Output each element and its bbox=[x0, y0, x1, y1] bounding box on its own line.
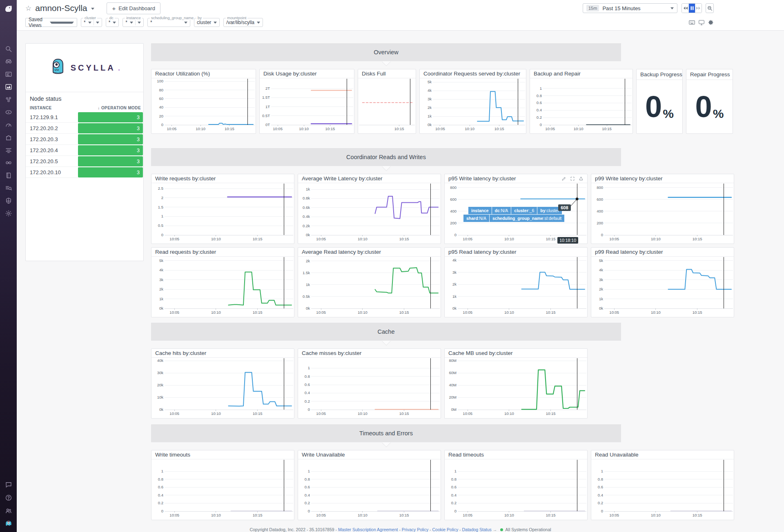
chart-p95-read-latency-by-cluster[interactable]: p95 Read latency by:cluster0k1k2k3k4k10:… bbox=[444, 247, 588, 317]
plot-area[interactable]: 020040060080010:0510:1010:15 bbox=[591, 183, 734, 244]
plot-area[interactable]: 0k0.2k0.4k0.6k0.8k1k10:0510:1010:15 bbox=[298, 183, 441, 244]
template-var-dc[interactable]: dc* bbox=[106, 18, 119, 27]
footer-link[interactable]: Master Subscription Agreement bbox=[338, 527, 398, 532]
rewind-button[interactable] bbox=[682, 4, 688, 13]
plot-area[interactable]: 10:15 bbox=[358, 78, 416, 133]
section-header-coordinator-reads-and-writes[interactable]: Coordinator Reads and Writes bbox=[151, 148, 621, 166]
synthetics-icon[interactable] bbox=[4, 159, 13, 167]
plot-area[interactable]: 00.511.522.510:0510:1010:15 bbox=[151, 183, 294, 244]
chart-backup-and-repair[interactable]: Backup and Repair00.20.40.60.8110:0510:1… bbox=[530, 69, 633, 134]
plot-area[interactable]: 0k1k2k3k4k5k10:0510:1010:15 bbox=[591, 257, 734, 317]
fullscreen-icon[interactable] bbox=[570, 176, 575, 181]
chart-disks-full[interactable]: Disks Full10:15 bbox=[358, 69, 416, 134]
chart-cache-misses-by-cluster[interactable]: Cache misses by:cluster00.20.40.60.8110:… bbox=[298, 348, 441, 419]
svg-text:10:05: 10:05 bbox=[169, 237, 179, 241]
svg-text:40: 40 bbox=[159, 105, 163, 109]
footer-link[interactable]: Privacy Policy bbox=[402, 527, 428, 532]
template-var-value: cluster bbox=[197, 20, 211, 25]
chart-p99-write-latency-by-cluster[interactable]: p99 Write latency by:cluster020040060080… bbox=[591, 174, 734, 244]
apm-icon[interactable] bbox=[4, 108, 13, 116]
plot-area[interactable]: 00.20.40.60.8110:0510:1010:15 bbox=[298, 358, 441, 418]
monitor-icon[interactable] bbox=[699, 20, 704, 25]
log-explorer-icon[interactable] bbox=[4, 184, 13, 192]
saved-views-select[interactable]: Saved Views bbox=[25, 18, 77, 27]
gear-icon[interactable] bbox=[708, 20, 714, 25]
section-header-timeouts-and-errors[interactable]: Timeouts and Errors bbox=[151, 424, 621, 442]
chart-cache-hits-by-cluster[interactable]: Cache hits by:cluster0k10k20k30k40k10:05… bbox=[151, 348, 294, 419]
section-header-overview[interactable]: Overview bbox=[151, 43, 621, 61]
plot-area[interactable]: 00.20.40.60.8110:0510:1010:15 bbox=[591, 459, 734, 520]
keyboard-icon[interactable] bbox=[689, 20, 695, 25]
chart-p95-write-latency-by-cluster[interactable]: p95 Write latency by:cluster608instanced… bbox=[444, 174, 588, 244]
plot-area[interactable]: 608instancedc:N/Acluster:_6by:clustersha… bbox=[445, 183, 587, 244]
plot-area[interactable]: 0k1k2k3k4k5k10:0510:1010:15 bbox=[151, 257, 294, 317]
plot-area[interactable]: 00.20.40.60.8110:0510:1010:15 bbox=[151, 459, 294, 520]
chart-average-read-latency-by-cluster[interactable]: Average Read latency by:cluster0k0.5k1k1… bbox=[298, 247, 441, 317]
chart-write-requests-by-cluster[interactable]: Write requests by:cluster00.511.522.510:… bbox=[151, 174, 294, 244]
datadog-logo[interactable] bbox=[0, 0, 17, 18]
notebooks-icon[interactable] bbox=[4, 171, 13, 180]
edit-dashboard-button[interactable]: + Edit Dashboard bbox=[107, 2, 160, 14]
metrics-icon[interactable] bbox=[4, 83, 13, 91]
column-header-operation-mode[interactable]: ↓ OPERATION MODE bbox=[78, 106, 143, 110]
watchdog-icon[interactable] bbox=[4, 58, 13, 66]
dashboards-icon[interactable] bbox=[4, 121, 13, 129]
user-avatar[interactable] bbox=[4, 520, 13, 528]
search-icon[interactable] bbox=[4, 45, 13, 53]
chart-coordinator-requests-served-by-cluster[interactable]: Coordinator Requests served by:cluster0k… bbox=[419, 69, 526, 134]
dashboard-header: ☆ amnon-Scylla + Edit Dashboard 15m Past… bbox=[17, 0, 784, 31]
plot-area[interactable]: 0k10k20k30k40k10:0510:1010:15 bbox=[151, 358, 294, 418]
chart-write-timeouts[interactable]: Write timeouts00.20.40.60.8110:0510:1010… bbox=[151, 450, 294, 520]
operation-mode-cell: 3 bbox=[78, 112, 143, 122]
org-users-icon[interactable] bbox=[4, 507, 13, 515]
chart-backup-progress[interactable]: Backup Progress0% bbox=[636, 69, 683, 134]
footer-link[interactable]: Cookie Policy bbox=[432, 527, 459, 532]
plot-area[interactable]: 0M20M40M60M80M10:0510:1010:15 bbox=[445, 358, 587, 418]
chart-read-requests-by-cluster[interactable]: Read requests by:cluster0k1k2k3k4k5k10:0… bbox=[151, 247, 294, 317]
chart-read-unavailable[interactable]: Read Unavailable00.20.40.60.8110:0510:10… bbox=[591, 450, 734, 520]
chat-icon[interactable] bbox=[4, 481, 13, 489]
template-var-cluster[interactable]: cluster* bbox=[81, 18, 102, 27]
plot-area[interactable]: 0k0.5k1k1.5k2k10:0510:1010:15 bbox=[298, 257, 441, 317]
template-var-mountpoint[interactable]: mountpoint/var/lib/scylla bbox=[223, 18, 263, 27]
plot-area[interactable]: 0T0.5T1T1.5T2T10:0510:1010:15 bbox=[260, 78, 354, 133]
chart-repair-progress[interactable]: Repair Progress0% bbox=[686, 69, 733, 134]
plot-area[interactable]: 02040608010010:0510:1010:15 bbox=[151, 78, 256, 133]
plot-area[interactable]: 00.20.40.60.8110:0510:1010:15 bbox=[530, 78, 633, 133]
chart-average-write-latency-by-cluster[interactable]: Average Write Latency by:cluster0k0.2k0.… bbox=[298, 174, 441, 244]
time-range-selector[interactable]: 15m Past 15 Minutes bbox=[583, 3, 677, 13]
edit-pencil-icon[interactable] bbox=[561, 176, 566, 181]
plot-area[interactable]: 0k1k2k3k4k5k10:0510:1010:15 bbox=[420, 78, 526, 133]
title-chevron-down-icon[interactable] bbox=[91, 8, 94, 10]
chart-disk-usage-by-cluster[interactable]: Disk Usage by:cluster0T0.5T1T1.5T2T10:05… bbox=[259, 69, 354, 134]
logs-icon[interactable] bbox=[4, 146, 13, 154]
chart-reactor-utilization-[interactable]: Reactor Utilization (%)02040608010010:05… bbox=[151, 69, 256, 134]
settings-icon[interactable] bbox=[4, 209, 13, 217]
forward-button[interactable] bbox=[695, 4, 702, 13]
plot-area[interactable]: 0k1k2k3k4k10:0510:1010:15 bbox=[445, 257, 587, 317]
chart-cache-mb-used-by-cluster[interactable]: Cache MB used by:cluster0M20M40M60M80M10… bbox=[444, 348, 588, 419]
template-var-instance[interactable]: instance* bbox=[122, 18, 144, 27]
template-var-scheduling_group_name[interactable]: scheduling_group_name* bbox=[147, 18, 190, 27]
chart-write-unavailable[interactable]: Write Unavailable00.20.40.60.8110:0510:1… bbox=[298, 450, 441, 520]
infrastructure-icon[interactable] bbox=[4, 95, 13, 104]
zoom-out-button[interactable] bbox=[706, 3, 714, 13]
chart-read-timeouts[interactable]: Read timeouts00.20.40.60.8110:0510:1010:… bbox=[444, 450, 588, 520]
export-icon[interactable] bbox=[579, 176, 584, 181]
template-var-by[interactable]: bycluster bbox=[194, 18, 220, 27]
pause-button[interactable] bbox=[688, 4, 695, 13]
footer-link[interactable]: Datadog Status bbox=[462, 527, 491, 532]
column-header-instance[interactable]: INSTANCE bbox=[26, 106, 78, 110]
events-icon[interactable] bbox=[4, 70, 13, 78]
section-header-cache[interactable]: Cache bbox=[151, 323, 621, 341]
plot-area[interactable]: 00.20.40.60.8110:0510:1010:15 bbox=[298, 459, 441, 520]
security-icon[interactable] bbox=[4, 197, 13, 205]
plot-area[interactable]: 00.20.40.60.8110:0510:1010:15 bbox=[445, 459, 587, 520]
chart-p99-read-latency-by-cluster[interactable]: p99 Read latency by:cluster0k1k2k3k4k5k1… bbox=[591, 247, 734, 317]
favorite-star-icon[interactable]: ☆ bbox=[25, 4, 31, 13]
app-window: ☆ amnon-Scylla + Edit Dashboard 15m Past… bbox=[0, 0, 784, 532]
integrations-icon[interactable] bbox=[4, 133, 13, 142]
template-var-label: cluster bbox=[83, 16, 97, 20]
help-icon[interactable] bbox=[4, 494, 13, 502]
node-status-widget[interactable]: SCYLLA. Node status INSTANCE ↓ OPERATION… bbox=[25, 43, 144, 261]
